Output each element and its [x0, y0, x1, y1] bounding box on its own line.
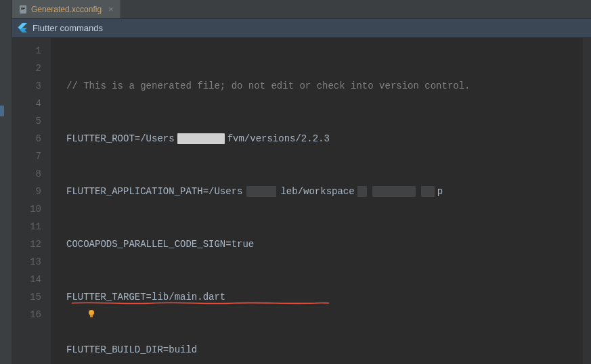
code-text: FLUTTER_TARGET=lib/main.dart	[66, 292, 225, 302]
line-number: 5	[12, 112, 41, 130]
svg-rect-2	[21, 8, 25, 9]
code-text: FLUTTER_ROOT=/Users	[66, 133, 175, 144]
code-editor[interactable]: 1 2 3 4 5 6 7 8 9 10 11 12 13 14 15 16 /…	[12, 38, 591, 364]
file-icon	[19, 5, 27, 14]
flutter-commands-banner[interactable]: Flutter commands	[12, 19, 591, 38]
line-number: 2	[12, 60, 41, 77]
flutter-icon	[18, 23, 27, 34]
code-text: fvm/versions/2.2.3	[227, 133, 330, 144]
annotation-underline	[72, 302, 329, 304]
line-number: 7	[12, 147, 41, 165]
redacted-text	[246, 186, 276, 197]
intention-bulb-icon[interactable]	[53, 290, 62, 299]
redacted-text	[372, 186, 416, 197]
line-number: 6	[12, 130, 41, 147]
line-gutter: 1 2 3 4 5 6 7 8 9 10 11 12 13 14 15 16	[12, 38, 51, 364]
tab-label: Generated.xcconfig	[31, 5, 102, 14]
svg-rect-3	[21, 9, 24, 10]
line-number: 10	[12, 200, 41, 218]
code-text: // This is a generated file; do not edit…	[66, 81, 470, 91]
tab-generated-xcconfig[interactable]: Generated.xcconfig ×	[12, 0, 121, 18]
line-number: 11	[12, 218, 41, 235]
svg-rect-1	[21, 7, 25, 7]
code-text: FLUTTER_BUILD_DIR=build	[66, 344, 197, 355]
banner-text: Flutter commands	[32, 23, 103, 33]
redacted-text	[421, 186, 435, 197]
line-number: 12	[12, 235, 41, 253]
line-number: 3	[12, 77, 41, 95]
code-area[interactable]: // This is a generated file; do not edit…	[51, 38, 591, 364]
code-text: COCOAPODS_PARALLEL_CODE_SIGN=true	[66, 239, 254, 250]
svg-point-6	[89, 310, 94, 315]
line-number: 16	[12, 306, 41, 323]
line-number: 14	[12, 271, 41, 288]
line-number: 15	[12, 288, 41, 306]
line-number: 1	[12, 42, 41, 60]
line-number: 4	[12, 95, 41, 112]
code-text: leb/workspace	[280, 186, 354, 197]
code-text: p	[437, 186, 443, 197]
svg-rect-7	[90, 315, 93, 317]
line-number: 13	[12, 253, 41, 271]
line-number: 9	[12, 183, 41, 200]
project-tool-rail[interactable]	[0, 0, 12, 364]
redacted-text	[357, 186, 367, 197]
close-icon[interactable]: ×	[108, 4, 114, 14]
line-number: 8	[12, 165, 41, 183]
error-stripe[interactable]	[583, 38, 591, 364]
editor-tabs: Generated.xcconfig ×	[12, 0, 591, 19]
code-text: FLUTTER_APPLICATION_PATH=/Users	[66, 186, 242, 197]
redacted-text	[177, 133, 225, 144]
